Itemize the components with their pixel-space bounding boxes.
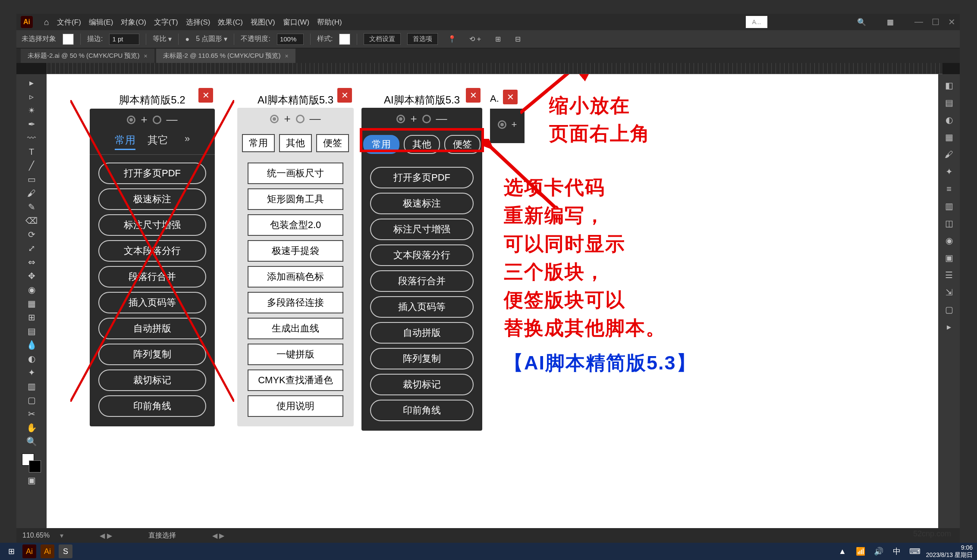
tab-notes[interactable]: 便签	[316, 134, 349, 152]
type-tool-icon[interactable]: T	[25, 146, 38, 158]
scale-tool-icon[interactable]: ⤢	[25, 242, 38, 254]
slice-tool-icon[interactable]: ✂	[25, 408, 38, 420]
rotate-tool-icon[interactable]: ⟳	[25, 228, 38, 241]
eraser-tool-icon[interactable]: ⌫	[25, 215, 38, 227]
btn-dimension-ann[interactable]: 标注尺寸增强	[98, 214, 206, 236]
search-icon[interactable]: 🔍	[857, 18, 866, 27]
doc-setup-button[interactable]: 文档设置	[364, 33, 401, 45]
btn-fast-annotate[interactable]: 极速标注	[98, 188, 206, 210]
btn-help[interactable]: 使用说明	[248, 395, 343, 417]
menu-object[interactable]: 对象(O)	[121, 17, 146, 27]
arrange-docs-icon[interactable]: ▦	[887, 18, 894, 27]
eyedropper-tool-icon[interactable]: 💧	[25, 339, 38, 351]
btn-para-merge[interactable]: 段落行合并	[370, 270, 474, 292]
hand-tool-icon[interactable]: ✋	[25, 422, 38, 434]
radio-on-icon[interactable]	[396, 115, 405, 123]
swatches-icon[interactable]: ▦	[942, 130, 956, 144]
btn-handbag[interactable]: 极速手提袋	[248, 240, 343, 262]
radio-off-icon[interactable]	[296, 115, 305, 123]
network-icon[interactable]: 📶	[854, 544, 867, 558]
selection-tool-icon[interactable]: ▸	[25, 77, 38, 89]
pen-tool-icon[interactable]: ✒	[25, 118, 38, 130]
btn-page-number[interactable]: 插入页码等	[98, 292, 206, 313]
properties-icon[interactable]: ◧	[942, 78, 956, 92]
libraries-icon[interactable]: ▤	[942, 96, 956, 109]
isometric-dropdown[interactable]: 等比 ▾	[153, 34, 172, 44]
btn-dimension-ann[interactable]: 标注尺寸增强	[370, 219, 474, 240]
btn-array-copy[interactable]: 阵列复制	[370, 348, 474, 369]
menu-select[interactable]: 选择(S)	[186, 17, 210, 27]
tab-other[interactable]: 其他	[279, 134, 312, 152]
radio-off-icon[interactable]	[422, 115, 431, 123]
zoom-tool-icon[interactable]: 🔍	[25, 435, 38, 447]
btn-box-type[interactable]: 包装盒型2.0	[248, 214, 343, 236]
tab-common[interactable]: 常用	[115, 133, 135, 150]
panel-toggle-icon-2[interactable]: ⊟	[515, 35, 521, 43]
color-picker[interactable]	[22, 454, 41, 472]
menu-window[interactable]: 窗口(W)	[283, 17, 309, 27]
asset-export-icon[interactable]: ⇲	[942, 285, 956, 299]
menu-help[interactable]: 帮助(H)	[317, 17, 342, 27]
graph-tool-icon[interactable]: ▥	[25, 380, 38, 392]
start-icon[interactable]: ⊞	[4, 544, 18, 558]
btn-para-merge[interactable]: 段落行合并	[98, 266, 206, 288]
btn-array-copy[interactable]: 阵列复制	[98, 344, 206, 365]
radio-on-icon[interactable]	[127, 116, 135, 124]
radio-on-icon[interactable]	[498, 120, 506, 129]
btn-text-para-split[interactable]: 文本段落分行	[370, 244, 474, 266]
perspective-tool-icon[interactable]: ▦	[25, 297, 38, 310]
close-button[interactable]: ✕	[337, 88, 352, 103]
btn-page-number[interactable]: 插入页码等	[370, 296, 474, 318]
tab-common[interactable]: 常用	[242, 134, 275, 152]
menu-edit[interactable]: 编辑(E)	[89, 17, 113, 27]
transparency-icon[interactable]: ◫	[942, 216, 956, 230]
home-icon[interactable]: ⌂	[44, 17, 49, 27]
radio-off-icon[interactable]	[153, 116, 161, 124]
btn-oneclick-impose[interactable]: 一键拼版	[248, 344, 343, 365]
appearance-icon[interactable]: ◉	[942, 234, 956, 247]
btn-trim-marks[interactable]: 裁切标记	[370, 374, 474, 395]
color-icon[interactable]: ◐	[942, 113, 956, 127]
close-button[interactable]: ✕	[503, 90, 518, 104]
btn-unify-artboard[interactable]: 统一画板尺寸	[248, 163, 343, 184]
pencil-tool-icon[interactable]: ✎	[25, 201, 38, 213]
direct-select-tool-icon[interactable]: ▹	[25, 91, 38, 103]
btn-join-paths[interactable]: 多段路径连接	[248, 292, 343, 313]
brush-tool-icon[interactable]: 🖌	[25, 187, 38, 199]
width-tool-icon[interactable]: ⇔	[25, 256, 38, 268]
brushes-icon[interactable]: 🖌	[942, 147, 956, 161]
clock[interactable]: 9:06 2023/8/13 星期日	[926, 544, 973, 559]
gradient-tool-icon[interactable]: ▤	[25, 325, 38, 337]
more-icon[interactable]: ▸	[942, 320, 956, 334]
artboards-icon[interactable]: ▢	[942, 303, 956, 316]
close-icon[interactable]: ✕	[948, 17, 955, 27]
btn-cmyk-pantone[interactable]: CMYK查找潘通色	[248, 369, 343, 391]
doc-tab-2[interactable]: 未标题-2 @ 110.65 % (CMYK/CPU 预览)×	[156, 49, 295, 63]
doc-tab-1[interactable]: 未标题-2.ai @ 50 % (CMYK/CPU 预览)×	[21, 49, 154, 63]
close-button[interactable]: ✕	[466, 88, 481, 103]
wand-tool-icon[interactable]: ✴	[25, 104, 38, 116]
symbols-icon[interactable]: ✦	[942, 165, 956, 178]
btn-open-pdf[interactable]: 打开多页PDF	[98, 163, 206, 184]
free-transform-icon[interactable]: ✥	[25, 270, 38, 282]
ai-taskbar-icon[interactable]: Ai	[22, 544, 36, 558]
btn-corner-marks[interactable]: 印前角线	[98, 395, 206, 417]
zoom-level[interactable]: 110.65%	[22, 532, 50, 539]
keyboard-icon[interactable]: ⌨	[908, 544, 922, 558]
brush-dropdown[interactable]: 5 点圆形 ▾	[196, 34, 227, 44]
minimize-icon[interactable]: —	[914, 17, 923, 27]
gradient-icon[interactable]: ▥	[942, 199, 956, 213]
mesh-tool-icon[interactable]: ⊞	[25, 311, 38, 323]
btn-round-rect-tool[interactable]: 矩形圆角工具	[248, 188, 343, 210]
radio-on-icon[interactable]	[270, 115, 279, 123]
loop-icon[interactable]: ⟲ +	[469, 35, 481, 43]
opacity-input[interactable]	[277, 34, 304, 45]
menu-effect[interactable]: 效果(C)	[218, 17, 243, 27]
curvature-tool-icon[interactable]: 〰	[25, 132, 38, 144]
btn-add-swatch[interactable]: 添加画稿色标	[248, 266, 343, 288]
ai-taskbar-icon-2[interactable]: Ai	[41, 544, 54, 558]
tray-icon[interactable]: ▲	[836, 544, 849, 558]
style-swatch[interactable]	[339, 34, 350, 45]
pin-icon[interactable]: 📍	[448, 35, 456, 43]
btn-auto-impose[interactable]: 自动拼版	[98, 318, 206, 339]
